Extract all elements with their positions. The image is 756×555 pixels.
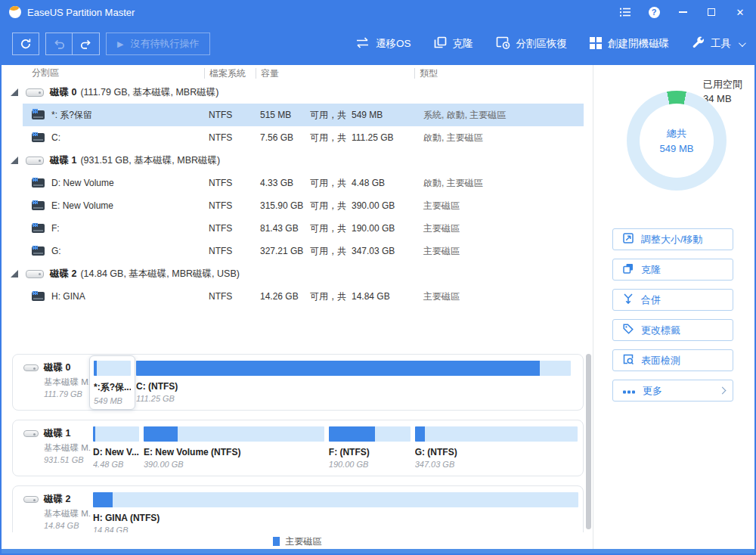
disk-icon	[26, 270, 44, 278]
disk-group-row[interactable]: 磁碟 2 (14.84 GB, 基本磁碟, MBR磁碟, USB)	[2, 262, 593, 285]
disk-group-row[interactable]: 磁碟 0 (111.79 GB, 基本磁碟, MBR磁碟)	[2, 81, 593, 104]
undo-button[interactable]	[45, 33, 73, 55]
clone-partition-button[interactable]: 克隆	[612, 259, 733, 281]
disk-label: 磁碟 1	[50, 154, 76, 167]
tools-button[interactable]: 工具	[692, 36, 744, 51]
scrollbar-thumb[interactable]	[586, 354, 591, 529]
free-word: 可用，共	[310, 132, 346, 144]
toolbar-actions: 遷移OS 克隆 分割區恢復 創建開機磁碟 工具	[355, 36, 744, 51]
free-space: 327.21 GB	[260, 246, 310, 256]
disk-card[interactable]: 磁碟 0 基本磁碟 M. 111.79 GB *:系?保... 549 MB C…	[12, 354, 584, 411]
content-area: 分割區 檔案系統 容量 類型 磁碟 0 (111.79 GB, 基本磁碟, MB…	[2, 65, 754, 549]
used-space-fill	[93, 426, 95, 442]
partition-row[interactable]: C: NTFS 7.56 GB 可用，共 111.25 GB 啟動, 主要磁區	[2, 126, 593, 149]
partition-icon	[32, 224, 45, 233]
clone-button[interactable]: 克隆	[434, 36, 473, 51]
capacity-value: 315.90 GB 可用，共 390.00 GB	[256, 200, 414, 212]
filesystem-value: NTFS	[204, 223, 256, 234]
free-word: 可用，共	[310, 109, 346, 122]
partition-usage-bar	[93, 426, 139, 442]
column-header-partition[interactable]: 分割區	[2, 67, 204, 79]
app-window: EaseUS Partition Master ? ✕ ▶ 沒有待執行操作	[0, 0, 756, 555]
resize-move-button[interactable]: 調整大小/移動	[612, 228, 733, 250]
disk-map-partition[interactable]: D: New V... 4.48 GB	[93, 426, 139, 476]
total-space: 390.00 GB	[352, 200, 395, 211]
total-space: 549 MB	[352, 110, 383, 120]
menu-icon[interactable]	[618, 5, 632, 19]
collapse-arrow-icon[interactable]	[11, 88, 18, 96]
partition-row[interactable]: D: New Volume NTFS 4.33 GB 可用，共 4.48 GB …	[2, 172, 593, 194]
collapse-arrow-icon[interactable]	[11, 157, 18, 164]
free-space: 81.43 GB	[260, 223, 310, 234]
create-bootable-disk-button[interactable]: 創建開機磁碟	[590, 37, 669, 51]
maximize-icon[interactable]	[705, 5, 718, 19]
disk-map-partition[interactable]: C: (NTFS) 111.25 GB	[136, 361, 571, 410]
disk-card-info: 磁碟 1 基本磁碟 M. 931.51 GB	[13, 420, 91, 476]
free-space: 7.56 GB	[260, 132, 310, 143]
disk-map-partition[interactable]: G: (NTFS) 347.03 GB	[415, 426, 578, 476]
minimize-icon[interactable]	[676, 5, 689, 19]
partition-row[interactable]: F: NTFS 81.43 GB 可用，共 190.00 GB 主要磁區	[2, 217, 593, 240]
clone-icon	[434, 36, 447, 51]
collapse-arrow-icon[interactable]	[11, 270, 18, 278]
disk-map-partition[interactable]: H: GINA (NTFS) 14.84 GB	[93, 492, 578, 532]
partition-name: G: (NTFS)	[415, 447, 578, 457]
bootable-disk-icon	[590, 37, 602, 51]
more-button[interactable]: 更多	[612, 380, 733, 402]
main-panel: 分割區 檔案系統 容量 類型 磁碟 0 (111.79 GB, 基本磁碟, MB…	[2, 65, 593, 549]
used-space-fill	[94, 361, 97, 376]
more-dots-icon	[623, 385, 635, 396]
total-space: 4.48 GB	[352, 178, 385, 188]
disk-icon	[23, 430, 39, 437]
disk-size: 111.79 GB	[44, 389, 91, 398]
redo-button[interactable]	[73, 33, 100, 55]
migrate-os-icon	[355, 37, 370, 51]
help-icon[interactable]: ?	[647, 5, 661, 19]
disk-sub-label: 基本磁碟 M.	[44, 442, 91, 454]
capacity-value: 14.26 GB 可用，共 14.84 GB	[256, 290, 414, 303]
disk-map-partition[interactable]: F: (NTFS) 190.00 GB	[329, 426, 411, 476]
partition-name: D: New Volume	[51, 178, 114, 188]
column-header-type[interactable]: 類型	[414, 68, 593, 79]
disk-card[interactable]: 磁碟 2 基本磁碟 M. 14.84 GB H: GINA (NTFS) 14.…	[12, 485, 584, 532]
disk-label: 磁碟 0	[44, 361, 70, 374]
partition-usage-bar	[136, 361, 571, 376]
partition-name: *:系?保...	[94, 381, 131, 394]
partition-size: 549 MB	[94, 396, 131, 405]
disk-map-partition[interactable]: E: New Volume (NTFS) 390.00 GB	[144, 426, 324, 476]
disk-card[interactable]: 磁碟 1 基本磁碟 M. 931.51 GB D: New V... 4.48 …	[12, 420, 584, 476]
partition-usage-bar	[144, 426, 324, 442]
disk-map-partition[interactable]: *:系?保... 549 MB	[89, 355, 135, 410]
legend-label: 主要磁區	[286, 535, 322, 548]
disk-info: (931.51 GB, 基本磁碟, MBR磁碟)	[80, 154, 220, 167]
column-header-capacity[interactable]: 容量	[256, 68, 414, 79]
disk-group-row[interactable]: 磁碟 1 (931.51 GB, 基本磁碟, MBR磁碟)	[2, 149, 593, 172]
free-word: 可用，共	[310, 200, 346, 212]
clone-icon	[623, 263, 634, 276]
used-space-fill	[144, 426, 178, 442]
change-label-button[interactable]: 更改標籤	[612, 319, 733, 341]
merge-button[interactable]: 合併	[612, 289, 733, 311]
column-header-filesystem[interactable]: 檔案系統	[204, 68, 256, 79]
disk-info: (14.84 GB, 基本磁碟, MBR磁碟, USB)	[80, 268, 239, 281]
primary-partition-swatch	[273, 537, 280, 546]
refresh-button[interactable]	[12, 33, 39, 55]
migrate-os-button[interactable]: 遷移OS	[355, 37, 411, 51]
partition-recovery-button[interactable]: 分割區恢復	[496, 36, 568, 51]
partition-row[interactable]: *: 系?保留 NTFS 515 MB 可用，共 549 MB 系統, 啟動, …	[2, 104, 593, 126]
partition-row[interactable]: E: New Volume NTFS 315.90 GB 可用，共 390.00…	[2, 194, 593, 217]
surface-test-button[interactable]: 表面檢測	[612, 349, 733, 371]
disk-sub-label: 基本磁碟 M.	[44, 377, 91, 388]
window-title: EaseUS Partition Master	[27, 7, 135, 18]
disk-sub-label: 基本磁碟 M.	[44, 508, 91, 519]
partition-row[interactable]: G: NTFS 327.21 GB 可用，共 347.03 GB 主要磁區	[2, 240, 593, 262]
partition-row[interactable]: H: GINA NTFS 14.26 GB 可用，共 14.84 GB 主要磁區	[2, 285, 593, 308]
disk-card-info: 磁碟 0 基本磁碟 M. 111.79 GB	[13, 355, 91, 410]
total-space: 347.03 GB	[352, 246, 395, 256]
pending-operations-label: 沒有待執行操作	[130, 37, 199, 51]
partition-type: 系統, 啟動, 主要磁區	[414, 109, 593, 122]
disk-card-partitions: H: GINA (NTFS) 14.84 GB	[91, 486, 583, 532]
partition-type: 啟動, 主要磁區	[414, 177, 593, 190]
disk-info: (111.79 GB, 基本磁碟, MBR磁碟)	[80, 86, 218, 99]
close-icon[interactable]: ✕	[733, 5, 747, 19]
